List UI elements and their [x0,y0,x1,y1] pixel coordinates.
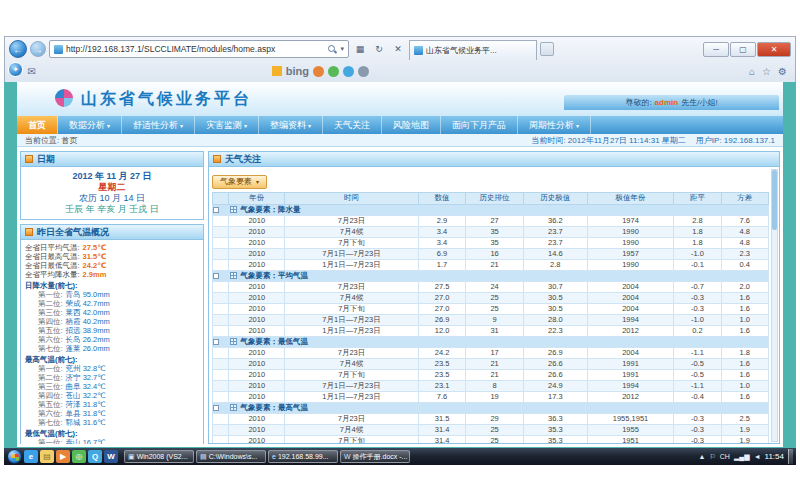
nav-item[interactable]: 灾害监测▾ [195,116,259,134]
nav-item[interactable]: 数据分析▾ [58,116,122,134]
row-select-cell[interactable] [213,424,229,435]
toolbar-plugin-icon[interactable] [358,66,369,77]
tray-expand-icon[interactable]: ▲ [699,453,706,460]
row-select-cell[interactable] [213,303,229,314]
favorites-star-icon[interactable]: ☆ [762,66,771,77]
mail-icon[interactable]: ✉ [27,66,35,77]
nav-item[interactable]: 面向下月产品 [441,116,518,134]
home-icon[interactable]: ⌂ [749,66,755,77]
float-widget-icon[interactable]: ✦ [8,62,23,77]
row-select-cell[interactable] [213,259,229,270]
table-row[interactable]: 20107月23日2.92736.219742.87.6 [213,215,769,226]
address-dropdown-icon[interactable]: ▾ [340,45,344,53]
maximize-button[interactable]: ▢ [730,42,756,57]
section-select-cell[interactable] [213,270,229,281]
ranking-item[interactable]: 第一位:青岛 95.0mm [25,290,199,299]
checkbox-icon[interactable] [213,339,219,345]
row-select-cell[interactable] [213,237,229,248]
new-tab-button[interactable] [540,42,554,56]
browser-tab[interactable]: 山东省气候业务平... [409,40,537,60]
table-section-row[interactable]: 气象要素：降水量 [213,204,769,215]
ranking-item[interactable]: 第一位:兖州 32.8℃ [25,364,199,373]
table-row[interactable]: 20107月4候31.42535.31955-0.31.9 [213,424,769,435]
table-section-row[interactable]: 气象要素：平均气温 [213,270,769,281]
ranking-item[interactable]: 第五位:招远 38.9mm [25,326,199,335]
volume-icon[interactable]: ◄ [754,453,761,461]
checkbox-icon[interactable] [213,207,219,213]
table-row[interactable]: 20107月23日31.52936.31955,1951-0.32.5 [213,413,769,424]
word-icon[interactable]: W [104,450,118,463]
ie-icon[interactable]: e [24,450,38,463]
show-desktop-button[interactable] [788,449,793,464]
network-icon[interactable]: ▂▄▆ [734,453,750,461]
row-select-cell[interactable] [213,347,229,358]
ranking-item[interactable]: 第七位:蓬莱 26.0mm [25,344,199,353]
toolbar-plugin-icon[interactable] [343,66,354,77]
refresh-icon[interactable]: ↻ [371,40,387,58]
row-select-cell[interactable] [213,413,229,424]
settings-gear-icon[interactable]: ⚙ [778,66,787,77]
table-row[interactable]: 20107月1日—7月23日26.9928.01994-1.01.0 [213,314,769,325]
checkbox-icon[interactable] [213,273,219,279]
expand-icon[interactable] [230,272,237,279]
table-row[interactable]: 20101月1日—7月23日1.7212.81990-0.10.4 [213,259,769,270]
row-select-cell[interactable] [213,248,229,259]
compatibility-view-icon[interactable]: ▦ [352,40,368,58]
expand-icon[interactable] [230,206,237,213]
action-center-icon[interactable]: ⚐ [709,453,715,461]
scrollbar[interactable] [771,169,778,442]
row-select-cell[interactable] [213,435,229,443]
task-button[interactable]: W操作手册.docx -... [340,450,410,463]
row-select-cell[interactable] [213,281,229,292]
ranking-item[interactable]: 第六位:长岛 26.2mm [25,335,199,344]
minimize-button[interactable]: ─ [703,42,729,57]
ranking-item[interactable]: 第六位:单县 31.8℃ [25,409,199,418]
row-select-cell[interactable] [213,369,229,380]
media-player-icon[interactable]: ▶ [56,450,70,463]
task-button[interactable]: e192.168.58.99... [268,450,338,463]
expand-icon[interactable] [230,404,237,411]
nav-item[interactable]: 周期性分析▾ [518,116,591,134]
address-url[interactable]: http://192.168.137.1/SLCCLIMATE/modules/… [66,44,324,54]
table-row[interactable]: 20107月下旬31.42535.31951-0.31.9 [213,435,769,443]
table-row[interactable]: 20107月23日24.21726.92004-1.11.8 [213,347,769,358]
table-row[interactable]: 20107月4候27.02530.52004-0.31.6 [213,292,769,303]
nav-item[interactable]: 天气关注 [323,116,382,134]
ranking-item[interactable]: 第五位:菏泽 31.8℃ [25,400,199,409]
nav-item[interactable]: 首页 [17,116,58,134]
task-button[interactable]: ▣Win2008 (VS2... [124,450,194,463]
table-row[interactable]: 20107月下旬27.02530.52004-0.31.6 [213,303,769,314]
toolbar-plugin-icon[interactable] [328,66,339,77]
input-language-indicator[interactable]: CH [720,453,730,461]
back-button[interactable]: ← [9,40,27,58]
ranking-item[interactable]: 第二位:荣成 42.7mm [25,299,199,308]
row-select-cell[interactable] [213,215,229,226]
row-select-cell[interactable] [213,292,229,303]
row-select-cell[interactable] [213,380,229,391]
start-button[interactable] [7,449,22,464]
ranking-item[interactable]: 第二位:济宁 32.7℃ [25,373,199,382]
checkbox-icon[interactable] [213,405,219,411]
nav-item[interactable]: 风险地图 [382,116,441,134]
search-icon[interactable] [327,44,337,54]
ranking-item[interactable]: 第四位:苍山 32.2℃ [25,391,199,400]
close-button[interactable]: ✕ [757,42,791,57]
task-button[interactable]: ▤C:\Windows\s... [196,450,266,463]
stop-icon[interactable]: ✕ [390,40,406,58]
table-row[interactable]: 20107月4候3.43523.719901.84.8 [213,226,769,237]
table-row[interactable]: 20101月1日—7月23日7.61917.32012-0.41.6 [213,391,769,402]
section-select-cell[interactable] [213,204,229,215]
clock[interactable]: 11:54 [765,452,784,461]
ranking-item[interactable]: 第一位:泰山 16.7℃ [25,438,199,444]
explorer-folder-icon[interactable]: ▤ [40,450,54,463]
table-row[interactable]: 20107月1日—7月23日6.91614.61957-1.02.3 [213,248,769,259]
ranking-item[interactable]: 第三位:曲阜 32.4℃ [25,382,199,391]
element-filter-button[interactable]: 气象要素 ▾ [212,175,267,189]
table-section-row[interactable]: 气象要素：最低气温 [213,336,769,347]
address-bar[interactable]: http://192.168.137.1/SLCCLIMATE/modules/… [49,40,349,58]
table-section-row[interactable]: 气象要素：最高气温 [213,402,769,413]
expand-icon[interactable] [230,338,237,345]
table-row[interactable]: 20101月1日—7月23日12.03122.320120.21.6 [213,325,769,336]
table-row[interactable]: 20107月4候23.52126.61991-0.51.6 [213,358,769,369]
qq-icon[interactable]: Q [88,450,102,463]
